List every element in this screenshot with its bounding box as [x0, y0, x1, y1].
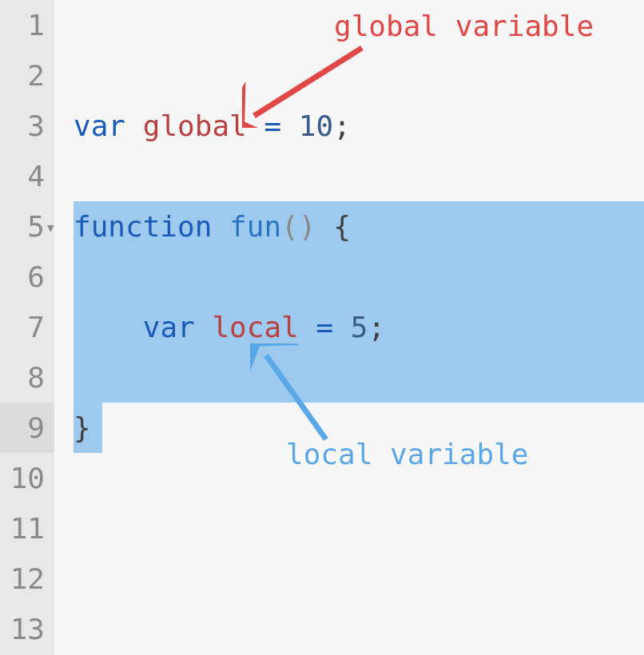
semicolon: ; — [368, 311, 386, 343]
annotation-global-variable: global variable — [334, 10, 594, 42]
brace-open: { — [333, 210, 351, 243]
line-number-active: 9 — [0, 403, 54, 453]
line-number: 11 — [0, 503, 54, 554]
line-number: 2 — [0, 50, 54, 101]
code-editor: 1 2 3 4 5 ▾ 6 7 8 9 10 11 12 13 var glob… — [0, 0, 644, 655]
line-number: 6 — [0, 252, 54, 302]
function-name: fun — [229, 210, 281, 243]
keyword-var: var — [143, 311, 195, 343]
arrow-red-icon — [242, 40, 370, 128]
space — [333, 311, 351, 343]
space — [316, 210, 333, 243]
code-area[interactable]: var global = 10; function fun() { var lo… — [54, 0, 644, 655]
arrow-blue-icon — [250, 343, 354, 447]
identifier-local: local — [212, 311, 298, 343]
space — [299, 311, 316, 343]
code-line — [54, 151, 644, 201]
parentheses: () — [281, 210, 316, 243]
line-number: 7 — [0, 302, 54, 352]
line-number: 10 — [0, 453, 54, 503]
space — [125, 109, 143, 142]
space — [195, 311, 213, 343]
line-number: 4 — [0, 151, 54, 201]
line-number: 3 — [0, 101, 54, 151]
code-line: function fun() { — [54, 201, 644, 252]
svg-line-0 — [254, 48, 362, 116]
code-line — [54, 252, 644, 302]
line-number: 1 — [0, 0, 54, 50]
brace-close: } — [74, 411, 91, 444]
indent — [74, 311, 143, 343]
keyword-var: var — [74, 109, 125, 142]
line-number: 12 — [0, 554, 54, 604]
identifier-global: global — [143, 109, 247, 142]
space — [212, 210, 229, 243]
keyword-function: function — [74, 210, 212, 243]
number-literal: 5 — [351, 311, 368, 343]
operator-equals: = — [316, 311, 333, 343]
fold-marker-icon[interactable]: ▾ — [46, 201, 56, 252]
svg-line-1 — [266, 355, 326, 439]
line-gutter: 1 2 3 4 5 ▾ 6 7 8 9 10 11 12 13 — [0, 0, 54, 655]
line-number: 13 — [0, 604, 54, 654]
line-number: 5 ▾ — [0, 201, 54, 252]
line-number: 8 — [0, 352, 54, 403]
line-number-text: 5 — [27, 210, 45, 243]
